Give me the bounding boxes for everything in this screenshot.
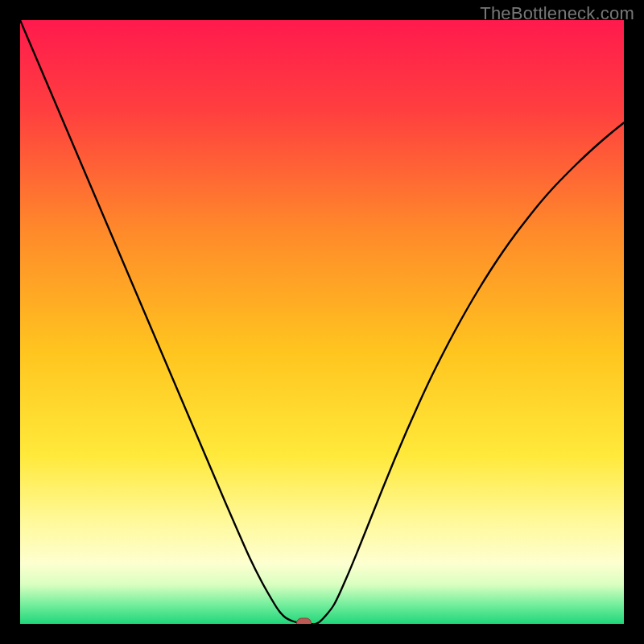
bottleneck-chart xyxy=(20,20,624,624)
svg-rect-0 xyxy=(297,618,312,624)
optimum-marker xyxy=(297,618,312,624)
chart-frame: TheBottleneck.com xyxy=(0,0,644,644)
chart-background xyxy=(20,20,624,624)
watermark-text: TheBottleneck.com xyxy=(480,3,634,24)
